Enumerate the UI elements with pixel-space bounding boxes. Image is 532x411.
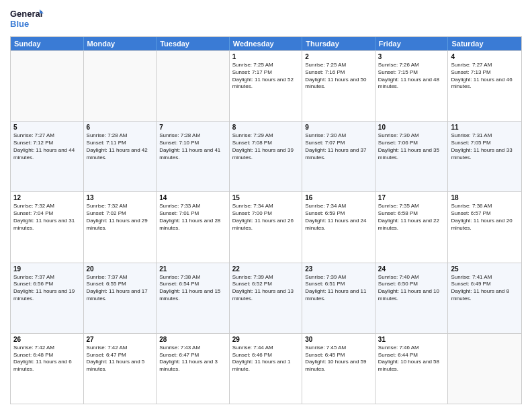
cell-info: Sunrise: 7:28 AM Sunset: 7:11 PM Dayligh… xyxy=(87,132,154,161)
calendar-cell: 31Sunrise: 7:46 AM Sunset: 6:44 PM Dayli… xyxy=(375,334,449,404)
day-number: 31 xyxy=(378,336,445,343)
calendar: SundayMondayTuesdayWednesdayThursdayFrid… xyxy=(10,36,522,404)
calendar-cell: 15Sunrise: 7:34 AM Sunset: 7:00 PM Dayli… xyxy=(230,192,303,262)
day-number: 9 xyxy=(305,124,372,131)
day-number: 22 xyxy=(232,265,300,273)
calendar-cell: 7Sunrise: 7:28 AM Sunset: 7:10 PM Daylig… xyxy=(157,122,230,191)
calendar-cell: 3Sunrise: 7:26 AM Sunset: 7:15 PM Daylig… xyxy=(375,51,449,121)
day-number: 4 xyxy=(451,53,519,60)
calendar-cell: 14Sunrise: 7:33 AM Sunset: 7:01 PM Dayli… xyxy=(157,192,230,262)
calendar-cell: 6Sunrise: 7:28 AM Sunset: 7:11 PM Daylig… xyxy=(84,122,157,191)
calendar-cell: 24Sunrise: 7:40 AM Sunset: 6:50 PM Dayli… xyxy=(375,263,449,333)
cell-info: Sunrise: 7:25 AM Sunset: 7:17 PM Dayligh… xyxy=(232,62,300,91)
day-of-week-header: Friday xyxy=(375,37,449,50)
calendar-cell: 29Sunrise: 7:44 AM Sunset: 6:46 PM Dayli… xyxy=(230,334,303,404)
calendar-cell: 18Sunrise: 7:36 AM Sunset: 6:57 PM Dayli… xyxy=(448,192,521,262)
calendar-cell: 8Sunrise: 7:29 AM Sunset: 7:08 PM Daylig… xyxy=(230,122,303,191)
day-number: 23 xyxy=(305,265,372,273)
day-number: 6 xyxy=(87,124,154,131)
calendar-cell: 2Sunrise: 7:25 AM Sunset: 7:16 PM Daylig… xyxy=(302,51,375,121)
day-number: 19 xyxy=(13,265,81,273)
day-number: 7 xyxy=(159,124,226,131)
cell-info: Sunrise: 7:44 AM Sunset: 6:46 PM Dayligh… xyxy=(232,345,300,373)
day-number: 14 xyxy=(159,194,226,201)
cell-info: Sunrise: 7:40 AM Sunset: 6:50 PM Dayligh… xyxy=(378,274,445,303)
day-of-week-header: Wednesday xyxy=(230,37,303,50)
cell-info: Sunrise: 7:25 AM Sunset: 7:16 PM Dayligh… xyxy=(305,62,372,91)
calendar-cell: 27Sunrise: 7:42 AM Sunset: 6:47 PM Dayli… xyxy=(84,334,157,404)
cell-info: Sunrise: 7:32 AM Sunset: 7:04 PM Dayligh… xyxy=(13,203,81,232)
cell-info: Sunrise: 7:32 AM Sunset: 7:02 PM Dayligh… xyxy=(87,203,154,232)
cell-info: Sunrise: 7:30 AM Sunset: 7:06 PM Dayligh… xyxy=(378,132,445,161)
svg-text:Blue: Blue xyxy=(10,19,29,29)
day-number: 29 xyxy=(232,336,300,343)
day-number: 12 xyxy=(13,194,81,201)
day-of-week-header: Sunday xyxy=(11,37,84,50)
cell-info: Sunrise: 7:26 AM Sunset: 7:15 PM Dayligh… xyxy=(378,62,445,91)
cell-info: Sunrise: 7:41 AM Sunset: 6:49 PM Dayligh… xyxy=(451,274,519,303)
day-of-week-header: Monday xyxy=(84,37,157,50)
calendar-row: 19Sunrise: 7:37 AM Sunset: 6:56 PM Dayli… xyxy=(11,263,521,333)
cell-info: Sunrise: 7:34 AM Sunset: 6:59 PM Dayligh… xyxy=(305,203,372,232)
calendar-cell: 20Sunrise: 7:37 AM Sunset: 6:55 PM Dayli… xyxy=(84,263,157,333)
day-number: 25 xyxy=(451,265,519,273)
day-of-week-header: Tuesday xyxy=(157,37,230,50)
cell-info: Sunrise: 7:27 AM Sunset: 7:12 PM Dayligh… xyxy=(13,132,81,161)
cell-info: Sunrise: 7:37 AM Sunset: 6:56 PM Dayligh… xyxy=(13,274,81,303)
calendar-cell: 13Sunrise: 7:32 AM Sunset: 7:02 PM Dayli… xyxy=(84,192,157,262)
day-of-week-header: Thursday xyxy=(302,37,375,50)
calendar-cell: 12Sunrise: 7:32 AM Sunset: 7:04 PM Dayli… xyxy=(11,192,84,262)
cell-info: Sunrise: 7:31 AM Sunset: 7:05 PM Dayligh… xyxy=(451,132,519,161)
calendar-cell: 30Sunrise: 7:45 AM Sunset: 6:45 PM Dayli… xyxy=(302,334,375,404)
calendar-cell: 4Sunrise: 7:27 AM Sunset: 7:13 PM Daylig… xyxy=(448,51,521,121)
calendar-row: 26Sunrise: 7:42 AM Sunset: 6:48 PM Dayli… xyxy=(11,333,521,404)
day-number: 8 xyxy=(232,124,300,131)
empty-cell xyxy=(11,51,84,121)
cell-info: Sunrise: 7:36 AM Sunset: 6:57 PM Dayligh… xyxy=(451,203,519,232)
day-number: 11 xyxy=(451,124,519,131)
day-number: 16 xyxy=(305,194,372,201)
day-number: 2 xyxy=(305,53,372,60)
day-number: 24 xyxy=(378,265,445,273)
calendar-body: 1Sunrise: 7:25 AM Sunset: 7:17 PM Daylig… xyxy=(11,50,521,404)
calendar-cell: 23Sunrise: 7:39 AM Sunset: 6:51 PM Dayli… xyxy=(302,263,375,333)
cell-info: Sunrise: 7:33 AM Sunset: 7:01 PM Dayligh… xyxy=(159,203,226,232)
day-number: 21 xyxy=(159,265,226,273)
empty-cell xyxy=(448,334,521,404)
day-number: 13 xyxy=(87,194,154,201)
day-number: 5 xyxy=(13,124,81,131)
page: General Blue SundayMondayTuesdayWednesda… xyxy=(0,0,532,411)
cell-info: Sunrise: 7:42 AM Sunset: 6:47 PM Dayligh… xyxy=(87,345,154,373)
calendar-cell: 21Sunrise: 7:38 AM Sunset: 6:54 PM Dayli… xyxy=(157,263,230,333)
cell-info: Sunrise: 7:39 AM Sunset: 6:51 PM Dayligh… xyxy=(305,274,372,303)
calendar-cell: 28Sunrise: 7:43 AM Sunset: 6:47 PM Dayli… xyxy=(157,334,230,404)
day-number: 28 xyxy=(159,336,226,343)
day-number: 10 xyxy=(378,124,445,131)
header: General Blue xyxy=(10,7,522,31)
cell-info: Sunrise: 7:38 AM Sunset: 6:54 PM Dayligh… xyxy=(159,274,226,303)
calendar-header: SundayMondayTuesdayWednesdayThursdayFrid… xyxy=(11,37,521,50)
day-number: 27 xyxy=(87,336,154,343)
calendar-cell: 25Sunrise: 7:41 AM Sunset: 6:49 PM Dayli… xyxy=(448,263,521,333)
logo-svg: General Blue xyxy=(10,7,44,31)
calendar-cell: 11Sunrise: 7:31 AM Sunset: 7:05 PM Dayli… xyxy=(448,122,521,191)
cell-info: Sunrise: 7:27 AM Sunset: 7:13 PM Dayligh… xyxy=(451,62,519,91)
cell-info: Sunrise: 7:43 AM Sunset: 6:47 PM Dayligh… xyxy=(159,345,226,373)
cell-info: Sunrise: 7:46 AM Sunset: 6:44 PM Dayligh… xyxy=(378,345,445,373)
cell-info: Sunrise: 7:28 AM Sunset: 7:10 PM Dayligh… xyxy=(159,132,226,161)
day-number: 1 xyxy=(232,53,300,60)
empty-cell xyxy=(84,51,157,121)
cell-info: Sunrise: 7:34 AM Sunset: 7:00 PM Dayligh… xyxy=(232,203,300,232)
day-number: 15 xyxy=(232,194,300,201)
calendar-cell: 5Sunrise: 7:27 AM Sunset: 7:12 PM Daylig… xyxy=(11,122,84,191)
logo: General Blue xyxy=(10,7,44,31)
cell-info: Sunrise: 7:29 AM Sunset: 7:08 PM Dayligh… xyxy=(232,132,300,161)
calendar-row: 1Sunrise: 7:25 AM Sunset: 7:17 PM Daylig… xyxy=(11,50,521,121)
empty-cell xyxy=(157,51,230,121)
calendar-cell: 16Sunrise: 7:34 AM Sunset: 6:59 PM Dayli… xyxy=(302,192,375,262)
calendar-cell: 9Sunrise: 7:30 AM Sunset: 7:07 PM Daylig… xyxy=(302,122,375,191)
day-of-week-header: Saturday xyxy=(448,37,521,50)
day-number: 18 xyxy=(451,194,519,201)
day-number: 30 xyxy=(305,336,372,343)
day-number: 3 xyxy=(378,53,445,60)
